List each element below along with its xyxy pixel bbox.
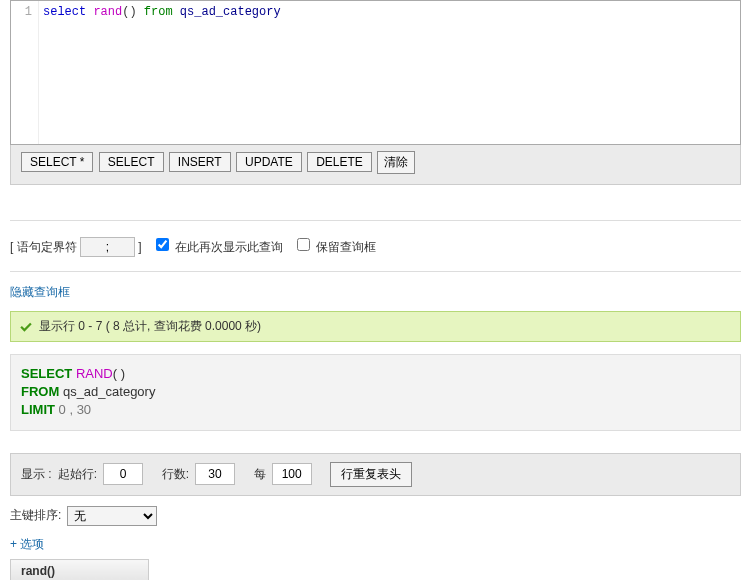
- keep-box-label: 保留查询框: [316, 240, 376, 254]
- echo-rand: RAND: [76, 366, 113, 381]
- display-bar: 显示 : 起始行: 行数: 每 行重复表头: [10, 453, 741, 496]
- sql-editor[interactable]: 1 select rand() from qs_ad_category: [10, 0, 741, 145]
- clear-button[interactable]: 清除: [377, 151, 415, 174]
- show-again-label: 在此再次显示此查询: [175, 240, 283, 254]
- start-row-input[interactable]: [103, 463, 143, 485]
- line-gutter: 1: [11, 1, 39, 144]
- sort-row: 主键排序: 无: [10, 506, 741, 526]
- options-row: + 选项: [10, 536, 741, 553]
- start-row-label: 起始行:: [58, 466, 97, 483]
- echo-select: SELECT: [21, 366, 72, 381]
- sql-echo: SELECT RAND( ) FROM qs_ad_category LIMIT…: [10, 354, 741, 431]
- line-number: 1: [25, 5, 32, 19]
- success-message: 显示行 0 - 7 ( 8 总计, 查询花费 0.0000 秒): [10, 311, 741, 342]
- fn-rand: rand: [93, 5, 122, 19]
- result-table: rand() 0.7450851357961866: [10, 559, 149, 580]
- rows-label: 行数:: [162, 466, 189, 483]
- update-button[interactable]: UPDATE: [236, 152, 302, 172]
- delimiter-label-close: ]: [138, 240, 141, 254]
- delimiter-label-open: [ 语句定界符: [10, 240, 77, 254]
- every-label: 每: [254, 466, 266, 483]
- echo-parens: ( ): [113, 366, 125, 381]
- repeat-header-button[interactable]: 行重复表头: [330, 462, 412, 487]
- every-input[interactable]: [272, 463, 312, 485]
- table-name: qs_ad_category: [180, 5, 281, 19]
- select-button[interactable]: SELECT: [99, 152, 164, 172]
- select-star-button[interactable]: SELECT *: [21, 152, 93, 172]
- insert-button[interactable]: INSERT: [169, 152, 231, 172]
- display-label: 显示 :: [21, 466, 52, 483]
- table-header-row: rand(): [11, 559, 149, 580]
- sql-button-row: SELECT * SELECT INSERT UPDATE DELETE 清除: [10, 145, 741, 185]
- sql-code[interactable]: select rand() from qs_ad_category: [39, 1, 740, 144]
- echo-table: qs_ad_category: [63, 384, 156, 399]
- hide-query-link[interactable]: 隐藏查询框: [10, 285, 70, 299]
- check-icon: [19, 320, 33, 334]
- delimiter-input[interactable]: [80, 237, 135, 257]
- show-again-checkbox[interactable]: [156, 238, 169, 251]
- kw-select: select: [43, 5, 86, 19]
- options-link[interactable]: + 选项: [10, 537, 44, 551]
- kw-from: from: [144, 5, 173, 19]
- sort-label: 主键排序:: [10, 507, 61, 524]
- rows-input[interactable]: [195, 463, 235, 485]
- parens: (): [122, 5, 136, 19]
- echo-from: FROM: [21, 384, 59, 399]
- hide-query-row: 隐藏查询框: [0, 272, 751, 311]
- delimiter-bar: [ 语句定界符 ] 在此再次显示此查询 保留查询框: [10, 220, 741, 272]
- keep-box-checkbox[interactable]: [297, 238, 310, 251]
- echo-limit-args: 0 , 30: [59, 402, 92, 417]
- sort-select[interactable]: 无: [67, 506, 157, 526]
- col-rand[interactable]: rand(): [11, 559, 149, 580]
- delete-button[interactable]: DELETE: [307, 152, 372, 172]
- echo-limit: LIMIT: [21, 402, 55, 417]
- success-text: 显示行 0 - 7 ( 8 总计, 查询花费 0.0000 秒): [39, 318, 261, 335]
